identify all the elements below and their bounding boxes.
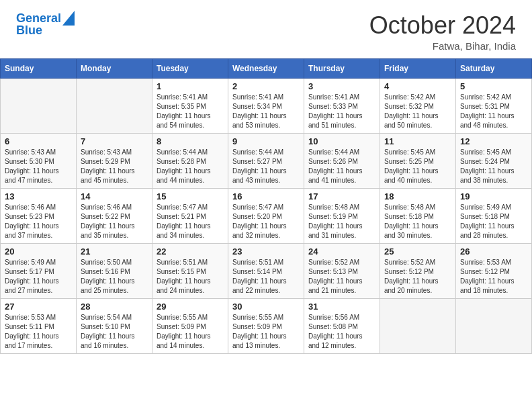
- calendar-cell: 24Sunrise: 5:52 AM Sunset: 5:13 PM Dayli…: [304, 243, 380, 298]
- day-info: Sunrise: 5:53 AM Sunset: 5:12 PM Dayligh…: [460, 258, 527, 295]
- calendar-cell: 9Sunrise: 5:44 AM Sunset: 5:27 PM Daylig…: [228, 133, 304, 188]
- calendar-week-row: 13Sunrise: 5:46 AM Sunset: 5:23 PM Dayli…: [1, 188, 532, 243]
- day-number: 4: [384, 81, 451, 91]
- calendar-cell: 6Sunrise: 5:43 AM Sunset: 5:30 PM Daylig…: [1, 133, 77, 188]
- day-number: 6: [5, 136, 72, 146]
- day-info: Sunrise: 5:42 AM Sunset: 5:31 PM Dayligh…: [460, 93, 527, 130]
- calendar-cell: 12Sunrise: 5:45 AM Sunset: 5:24 PM Dayli…: [456, 133, 532, 188]
- day-info: Sunrise: 5:49 AM Sunset: 5:18 PM Dayligh…: [460, 203, 527, 240]
- calendar-week-row: 6Sunrise: 5:43 AM Sunset: 5:30 PM Daylig…: [1, 133, 532, 188]
- day-info: Sunrise: 5:48 AM Sunset: 5:18 PM Dayligh…: [384, 203, 451, 240]
- calendar-cell: 29Sunrise: 5:55 AM Sunset: 5:09 PM Dayli…: [152, 298, 228, 353]
- weekday-header: Thursday: [304, 58, 380, 78]
- calendar-cell: 22Sunrise: 5:51 AM Sunset: 5:15 PM Dayli…: [152, 243, 228, 298]
- calendar-cell: 28Sunrise: 5:54 AM Sunset: 5:10 PM Dayli…: [77, 298, 152, 353]
- day-number: 11: [384, 136, 451, 146]
- day-number: 18: [384, 191, 451, 201]
- weekday-header: Tuesday: [152, 58, 228, 78]
- calendar-cell: 4Sunrise: 5:42 AM Sunset: 5:32 PM Daylig…: [380, 78, 456, 133]
- calendar-cell: 13Sunrise: 5:46 AM Sunset: 5:23 PM Dayli…: [1, 188, 77, 243]
- day-info: Sunrise: 5:52 AM Sunset: 5:12 PM Dayligh…: [384, 258, 451, 295]
- day-number: 19: [460, 191, 527, 201]
- calendar-cell: [456, 298, 532, 353]
- calendar-cell: [380, 298, 456, 353]
- calendar-cell: 8Sunrise: 5:44 AM Sunset: 5:28 PM Daylig…: [152, 133, 228, 188]
- calendar-cell: 21Sunrise: 5:50 AM Sunset: 5:16 PM Dayli…: [77, 243, 152, 298]
- month-title: October 2024: [369, 12, 516, 39]
- calendar-cell: 23Sunrise: 5:51 AM Sunset: 5:14 PM Dayli…: [228, 243, 304, 298]
- day-number: 9: [232, 136, 300, 146]
- day-number: 20: [5, 246, 72, 257]
- day-number: 5: [460, 81, 527, 91]
- weekday-header: Monday: [77, 58, 152, 78]
- weekday-header: Friday: [380, 58, 456, 78]
- weekday-header: Sunday: [1, 58, 77, 78]
- calendar-table: SundayMondayTuesdayWednesdayThursdayFrid…: [0, 58, 532, 354]
- calendar-cell: 30Sunrise: 5:55 AM Sunset: 5:09 PM Dayli…: [228, 298, 304, 353]
- day-info: Sunrise: 5:44 AM Sunset: 5:26 PM Dayligh…: [308, 148, 375, 185]
- svg-marker-0: [62, 11, 75, 26]
- day-number: 1: [157, 81, 224, 91]
- day-number: 23: [232, 246, 300, 257]
- day-info: Sunrise: 5:47 AM Sunset: 5:20 PM Dayligh…: [232, 203, 300, 240]
- day-number: 22: [157, 246, 224, 257]
- weekday-header: Saturday: [456, 58, 532, 78]
- calendar-cell: 26Sunrise: 5:53 AM Sunset: 5:12 PM Dayli…: [456, 243, 532, 298]
- day-info: Sunrise: 5:50 AM Sunset: 5:16 PM Dayligh…: [81, 258, 148, 295]
- day-number: 28: [81, 302, 148, 312]
- day-number: 10: [308, 136, 375, 146]
- page-header: General Blue October 2024 Fatwa, Bihar, …: [0, 0, 532, 58]
- calendar-cell: 25Sunrise: 5:52 AM Sunset: 5:12 PM Dayli…: [380, 243, 456, 298]
- day-number: 24: [308, 246, 375, 257]
- day-number: 2: [232, 81, 300, 91]
- logo-blue: Blue: [16, 24, 75, 38]
- day-number: 21: [81, 246, 148, 257]
- calendar-cell: 10Sunrise: 5:44 AM Sunset: 5:26 PM Dayli…: [304, 133, 380, 188]
- day-number: 15: [157, 191, 224, 201]
- day-info: Sunrise: 5:48 AM Sunset: 5:19 PM Dayligh…: [308, 203, 375, 240]
- calendar-cell: 31Sunrise: 5:56 AM Sunset: 5:08 PM Dayli…: [304, 298, 380, 353]
- calendar-cell: 17Sunrise: 5:48 AM Sunset: 5:19 PM Dayli…: [304, 188, 380, 243]
- day-info: Sunrise: 5:52 AM Sunset: 5:13 PM Dayligh…: [308, 258, 375, 295]
- calendar-cell: 20Sunrise: 5:49 AM Sunset: 5:17 PM Dayli…: [1, 243, 77, 298]
- day-number: 7: [81, 136, 148, 146]
- calendar-cell: 11Sunrise: 5:45 AM Sunset: 5:25 PM Dayli…: [380, 133, 456, 188]
- day-info: Sunrise: 5:54 AM Sunset: 5:10 PM Dayligh…: [81, 313, 148, 351]
- day-info: Sunrise: 5:42 AM Sunset: 5:32 PM Dayligh…: [384, 93, 451, 130]
- day-info: Sunrise: 5:56 AM Sunset: 5:08 PM Dayligh…: [308, 313, 375, 351]
- calendar-cell: 7Sunrise: 5:43 AM Sunset: 5:29 PM Daylig…: [77, 133, 152, 188]
- weekday-header: Wednesday: [228, 58, 304, 78]
- day-info: Sunrise: 5:44 AM Sunset: 5:27 PM Dayligh…: [232, 148, 300, 185]
- logo: General Blue: [16, 12, 75, 38]
- day-info: Sunrise: 5:55 AM Sunset: 5:09 PM Dayligh…: [157, 313, 224, 351]
- calendar-cell: [77, 78, 152, 133]
- day-info: Sunrise: 5:51 AM Sunset: 5:15 PM Dayligh…: [157, 258, 224, 295]
- day-info: Sunrise: 5:47 AM Sunset: 5:21 PM Dayligh…: [157, 203, 224, 240]
- title-block: October 2024 Fatwa, Bihar, India: [369, 12, 516, 52]
- day-number: 31: [308, 302, 375, 312]
- day-info: Sunrise: 5:43 AM Sunset: 5:30 PM Dayligh…: [5, 148, 72, 185]
- location-title: Fatwa, Bihar, India: [369, 40, 516, 52]
- day-info: Sunrise: 5:53 AM Sunset: 5:11 PM Dayligh…: [5, 313, 72, 351]
- logo-icon: [62, 11, 75, 26]
- day-info: Sunrise: 5:55 AM Sunset: 5:09 PM Dayligh…: [232, 313, 300, 351]
- day-number: 29: [157, 302, 224, 312]
- day-info: Sunrise: 5:49 AM Sunset: 5:17 PM Dayligh…: [5, 258, 72, 295]
- day-number: 26: [460, 246, 527, 257]
- day-info: Sunrise: 5:43 AM Sunset: 5:29 PM Dayligh…: [81, 148, 148, 185]
- calendar-cell: 2Sunrise: 5:41 AM Sunset: 5:34 PM Daylig…: [228, 78, 304, 133]
- day-info: Sunrise: 5:45 AM Sunset: 5:25 PM Dayligh…: [384, 148, 451, 185]
- day-number: 30: [232, 302, 300, 312]
- calendar-week-row: 20Sunrise: 5:49 AM Sunset: 5:17 PM Dayli…: [1, 243, 532, 298]
- day-info: Sunrise: 5:46 AM Sunset: 5:23 PM Dayligh…: [5, 203, 72, 240]
- day-number: 3: [308, 81, 375, 91]
- day-number: 16: [232, 191, 300, 201]
- day-number: 25: [384, 246, 451, 257]
- day-number: 8: [157, 136, 224, 146]
- day-number: 27: [5, 302, 72, 312]
- calendar-week-row: 27Sunrise: 5:53 AM Sunset: 5:11 PM Dayli…: [1, 298, 532, 353]
- day-number: 13: [5, 191, 72, 201]
- calendar-week-row: 1Sunrise: 5:41 AM Sunset: 5:35 PM Daylig…: [1, 78, 532, 133]
- calendar-cell: 14Sunrise: 5:46 AM Sunset: 5:22 PM Dayli…: [77, 188, 152, 243]
- calendar-cell: 18Sunrise: 5:48 AM Sunset: 5:18 PM Dayli…: [380, 188, 456, 243]
